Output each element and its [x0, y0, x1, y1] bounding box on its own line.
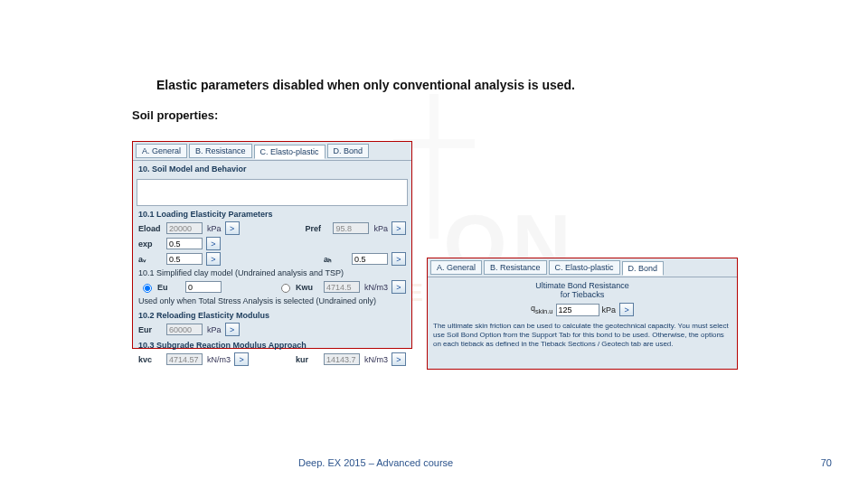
pref-label: Pref	[305, 224, 330, 233]
av-field[interactable]	[166, 253, 203, 265]
eur-go-button[interactable]: >	[225, 323, 240, 336]
bond-description: The ultimate skin friction can be used t…	[433, 322, 731, 349]
footer-left: Deep. EX 2015 – Advanced course	[298, 457, 453, 468]
bond-title1: Ultimate Bond Resistance	[433, 281, 731, 290]
kur-field[interactable]	[324, 353, 360, 365]
tab-resistance[interactable]: B. Resistance	[189, 144, 252, 158]
kvc-label: kvc	[138, 355, 164, 364]
kvc-go-button[interactable]: >	[234, 352, 249, 366]
pref-field[interactable]	[333, 222, 369, 234]
qskin-unit: kPa	[602, 305, 617, 314]
section-10-2: 10.2 Reloading Elasticity Modulus	[133, 307, 411, 322]
kur-label: kur	[296, 355, 321, 364]
section-label: Soil properties:	[132, 108, 218, 122]
eload-go-button[interactable]: >	[225, 221, 240, 235]
kwu-radio[interactable]	[281, 284, 290, 293]
tabstrip-right: A. General B. Resistance C. Elasto-plast…	[428, 258, 737, 277]
av-go-button[interactable]: >	[206, 252, 221, 266]
kwu-label: Kwu	[296, 283, 321, 292]
tab-elasto-plastic[interactable]: C. Elasto-plastic	[254, 145, 326, 159]
tabstrip-left: A. General B. Resistance C. Elasto-plast…	[133, 142, 411, 161]
ah-label: aₕ	[324, 255, 349, 264]
kwu-field[interactable]	[324, 281, 360, 293]
tab-resistance-r[interactable]: B. Resistance	[484, 260, 547, 275]
section-10: 10. Soil Model and Behavior	[133, 161, 411, 175]
page-title: Elastic parameters disabled when only co…	[156, 78, 575, 92]
kwu-unit: kN/m3	[364, 283, 388, 292]
pref-go-button[interactable]: >	[392, 221, 406, 235]
section-10-3: 10.3 Subgrade Reaction Modulus Approach	[133, 337, 411, 352]
eur-label: Eur	[138, 325, 164, 334]
soil-model-box	[137, 179, 408, 206]
tab-bond-r[interactable]: D. Bond	[622, 261, 665, 276]
eload-field[interactable]	[166, 222, 203, 234]
elasto-plastic-panel: A. General B. Resistance C. Elasto-plast…	[132, 141, 412, 349]
exp-label: exp	[138, 239, 164, 249]
eload-label: Eload	[138, 224, 164, 233]
exp-field[interactable]	[166, 238, 203, 249]
eu-field[interactable]	[185, 281, 222, 293]
tab-elasto-plastic-r[interactable]: C. Elasto-plastic	[549, 260, 620, 275]
kvc-field[interactable]	[166, 353, 203, 365]
kvc-unit: kN/m3	[207, 355, 231, 364]
exp-go-button[interactable]: >	[206, 237, 221, 250]
eur-unit: kPa	[207, 325, 222, 334]
simplified-clay-label: 10.1 Simplified clay model (Undrained an…	[133, 267, 411, 279]
tab-general[interactable]: A. General	[136, 144, 187, 158]
kur-unit: kN/m3	[364, 355, 388, 364]
eu-label: Eu	[157, 283, 183, 292]
qskin-field[interactable]	[556, 304, 599, 316]
eu-radio[interactable]	[143, 284, 152, 293]
section-10-1: 10.1 Loading Elasticity Parameters	[133, 206, 411, 221]
kur-go-button[interactable]: >	[392, 352, 406, 366]
qskin-go-button[interactable]: >	[619, 303, 634, 316]
bond-title2: for Tiebacks	[433, 290, 731, 299]
eload-unit: kPa	[207, 224, 222, 233]
tab-general-r[interactable]: A. General	[430, 260, 482, 275]
bond-panel: A. General B. Resistance C. Elasto-plast…	[427, 258, 738, 370]
tab-bond[interactable]: D. Bond	[327, 144, 370, 158]
ah-field[interactable]	[352, 253, 388, 265]
qskin-label: qskin.u	[531, 304, 553, 315]
kwu-go-button[interactable]: >	[392, 280, 406, 294]
used-only-note: Used only when Total Stress Analysis is …	[133, 295, 411, 307]
pref-unit: kPa	[373, 224, 388, 233]
footer-page-number: 70	[821, 457, 832, 468]
eur-field[interactable]	[166, 324, 203, 335]
ah-go-button[interactable]: >	[392, 252, 406, 266]
av-label: aᵥ	[138, 255, 164, 264]
